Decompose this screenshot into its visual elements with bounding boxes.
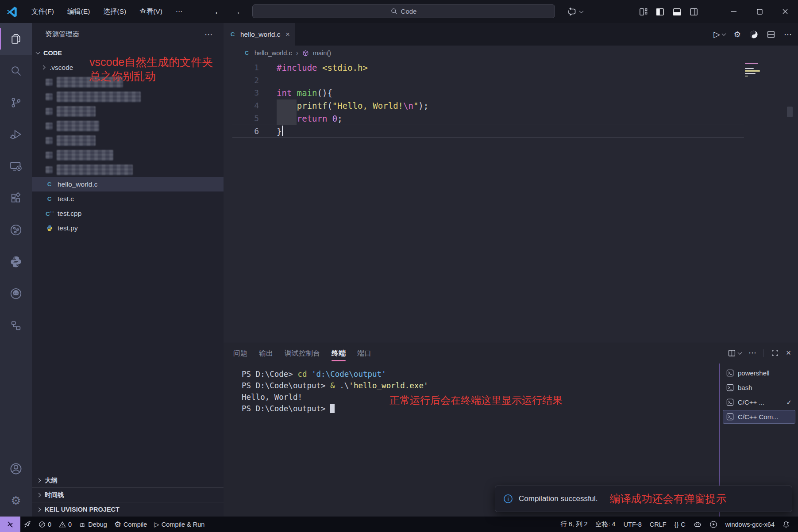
terminal-output[interactable]: PS D:\Code> cd 'd:\Code\output'PS D:\Cod… [242, 368, 428, 414]
redacted-file-name [57, 165, 133, 175]
code-editor[interactable]: 123456 #include <stdio.h> int main(){ pr… [224, 61, 798, 342]
code-token: } [277, 126, 281, 136]
menu-文件(F)[interactable]: 文件(F) [25, 5, 61, 18]
eol-sequence[interactable]: CRLF [646, 517, 671, 532]
maximize-button[interactable] [747, 0, 772, 23]
maximize-panel-icon[interactable] [771, 349, 779, 357]
rocket-button[interactable] [20, 517, 35, 532]
scrollbar-thumb[interactable] [787, 107, 793, 117]
activity-run-debug[interactable] [0, 119, 32, 150]
session-powershell[interactable]: powershell [723, 366, 795, 380]
copilot-chat-icon[interactable] [567, 7, 577, 16]
problems-indicator[interactable]: 0 0 [35, 517, 75, 532]
section-KEIL UVISION PROJECT[interactable]: KEIL UVISION PROJECT [32, 502, 224, 517]
editor-more-icon[interactable]: ⋯ [784, 30, 792, 39]
activity-settings[interactable]: ⚙ [0, 485, 32, 517]
minimize-button[interactable] [721, 0, 747, 23]
code-line-4: printf("Hello, World!\n"); [277, 100, 428, 112]
breadcrumb[interactable]: C hello_world.c › main() [224, 46, 798, 61]
terminal-token: PS D:\Code\output> [242, 381, 330, 390]
session-C/C++ Com...[interactable]: C/C++ Com... [723, 410, 795, 424]
debug-icon [10, 128, 22, 141]
run-button[interactable]: ▷ [713, 30, 720, 38]
tab-hello-world[interactable]: C hello_world.c × [224, 23, 295, 46]
chevron-right-icon [41, 65, 46, 70]
chevron-down-icon[interactable] [737, 350, 742, 355]
section-大纲[interactable]: 大纲 [32, 473, 224, 487]
activity-project-manager[interactable] [0, 310, 32, 341]
forward-arrow[interactable]: → [232, 0, 241, 23]
compiler-config[interactable]: windows-gcc-x64 [721, 517, 779, 532]
customize-layout-icon[interactable] [639, 7, 648, 16]
activity-explorer[interactable] [0, 23, 32, 55]
menu-编辑(E)[interactable]: 编辑(E) [61, 5, 97, 18]
tree-row-redacted[interactable] [32, 119, 224, 133]
tree-row-test.cpp[interactable]: C++test.cpp [32, 206, 224, 221]
split-terminal-icon[interactable] [728, 349, 741, 357]
menu-选择(S)[interactable]: 选择(S) [96, 5, 133, 18]
menu-overflow[interactable]: ⋯ [169, 5, 189, 18]
tree-row-test.c[interactable]: Ctest.c [32, 191, 224, 206]
indentation[interactable]: 空格: 4 [592, 517, 620, 532]
explorer-more-icon[interactable]: ⋯ [204, 29, 213, 39]
encoding[interactable]: UTF-8 [620, 517, 646, 532]
notification-toast[interactable]: Compilation successful. 编译成功还会有弹窗提示 [495, 486, 792, 512]
activity-github[interactable] [0, 278, 32, 310]
activity-search[interactable] [0, 55, 32, 87]
split-editor-icon[interactable] [767, 30, 775, 39]
bug-icon [79, 521, 86, 528]
close-panel-icon[interactable]: × [786, 348, 791, 358]
panel-tab-调试控制台[interactable]: 调试控制台 [285, 343, 320, 363]
run-dropdown-icon[interactable] [721, 31, 726, 36]
activity-bar: ⚙ [0, 23, 32, 517]
compile-button[interactable]: ⚙ Compile [111, 517, 150, 532]
panel-tab-终端[interactable]: 终端 [332, 343, 346, 363]
tree-row-redacted[interactable] [32, 89, 224, 104]
terminal-token: Hello, World! [242, 393, 302, 402]
toggle-secondary-sidebar-icon[interactable] [689, 7, 698, 16]
file-label: test.py [58, 224, 78, 232]
warning-icon [59, 521, 66, 528]
chevron-down-icon[interactable] [579, 9, 584, 13]
remote-indicator[interactable] [0, 517, 20, 532]
activity-remote-explorer[interactable] [0, 150, 32, 182]
copilot-icon [694, 521, 702, 528]
code-line-2 [277, 74, 428, 87]
tree-row-redacted[interactable] [32, 104, 224, 119]
tree-row-redacted[interactable] [32, 162, 224, 177]
notifications-bell[interactable] [779, 517, 794, 532]
activity-extensions[interactable] [0, 182, 32, 214]
tree-row-redacted[interactable] [32, 133, 224, 148]
activity-account[interactable] [0, 453, 32, 485]
back-arrow[interactable]: ← [214, 0, 223, 23]
settings-gear-icon[interactable]: ⚙ [734, 31, 741, 38]
session-bash[interactable]: bash [723, 381, 795, 394]
copilot-status[interactable] [690, 517, 705, 532]
compile-run-button[interactable]: ▷ Compile & Run [150, 517, 208, 532]
panel-tab-问题[interactable]: 问题 [233, 343, 247, 363]
tree-row-test.py[interactable]: test.py [32, 221, 224, 235]
language-mode[interactable]: {} C [671, 517, 690, 532]
activity-code-runner[interactable] [0, 214, 32, 246]
tree-row-redacted[interactable] [32, 148, 224, 162]
minimap[interactable] [745, 61, 763, 78]
close-button[interactable] [772, 0, 798, 23]
yin-yang-icon[interactable] [749, 30, 758, 39]
debug-button[interactable]: Debug [75, 517, 111, 532]
tree-row-hello_world.c[interactable]: Chello_world.c [32, 177, 224, 191]
panel-more-icon[interactable]: ⋯ [748, 348, 756, 358]
code-runner-status[interactable] [705, 517, 721, 532]
menu-查看(V)[interactable]: 查看(V) [133, 5, 169, 18]
toggle-sidebar-icon[interactable] [655, 7, 665, 16]
session-C/C++ ...[interactable]: C/C++ ...✓ [723, 395, 795, 409]
section-时间线[interactable]: 时间线 [32, 487, 224, 502]
panel-tab-端口[interactable]: 端口 [357, 343, 371, 363]
toggle-panel-icon[interactable] [672, 7, 682, 16]
tab-close-icon[interactable]: × [285, 30, 290, 39]
code-token [277, 114, 297, 123]
activity-python[interactable] [0, 246, 32, 278]
cursor-position[interactable]: 行 6, 列 2 [556, 517, 591, 532]
panel-tab-输出[interactable]: 输出 [259, 343, 273, 363]
command-center[interactable]: Code [252, 4, 555, 18]
activity-source-control[interactable] [0, 87, 32, 119]
